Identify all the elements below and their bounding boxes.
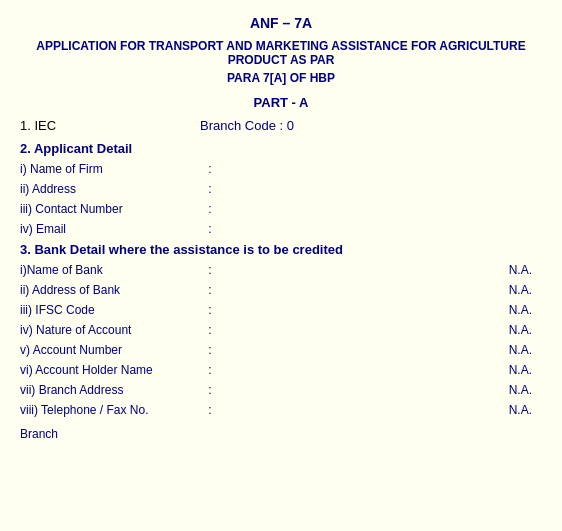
bank-field-ifsc: iii) IFSC Code : N.A. [20,303,542,317]
bank-label-account-number: v) Account Number [20,343,200,357]
field-label-contact: iii) Contact Number [20,202,200,216]
bank-colon-8: : [200,403,220,417]
applicant-section-title: 2. Applicant Detail [20,141,542,156]
part-title: PART - A [20,95,542,110]
title-line1: APPLICATION FOR TRANSPORT AND MARKETING … [20,39,542,67]
bank-label-address: ii) Address of Bank [20,283,200,297]
iec-label: 1. IEC [20,118,200,133]
bank-na-6: N.A. [482,363,542,377]
field-label-name-of-firm: i) Name of Firm [20,162,200,176]
bank-colon-7: : [200,383,220,397]
bank-na-7: N.A. [482,383,542,397]
field-label-email: iv) Email [20,222,200,236]
bank-field-name: i)Name of Bank : N.A. [20,263,542,277]
bank-section-title: 3. Bank Detail where the assistance is t… [20,242,542,257]
bank-field-branch-address: vii) Branch Address : N.A. [20,383,542,397]
bank-label-name: i)Name of Bank [20,263,200,277]
bank-field-holder-name: vi) Account Holder Name : N.A. [20,363,542,377]
iec-row: 1. IEC Branch Code : 0 [20,118,542,133]
field-address: ii) Address : [20,182,542,196]
branch-code: Branch Code : 0 [200,118,294,133]
colon-4: : [200,222,220,236]
colon-3: : [200,202,220,216]
field-name-of-firm: i) Name of Firm : [20,162,542,176]
field-email: iv) Email : [20,222,542,236]
bank-na-2: N.A. [482,283,542,297]
bank-colon-6: : [200,363,220,377]
form-id: ANF – 7A [20,15,542,31]
bank-colon-1: : [200,263,220,277]
field-label-address: ii) Address [20,182,200,196]
bank-label-branch-address: vii) Branch Address [20,383,200,397]
bank-label-holder-name: vi) Account Holder Name [20,363,200,377]
title-line2: PARA 7[A] OF HBP [20,71,542,85]
bank-na-4: N.A. [482,323,542,337]
bank-colon-4: : [200,323,220,337]
footer-branch: Branch [20,427,542,441]
bank-field-nature: iv) Nature of Account : N.A. [20,323,542,337]
bank-label-ifsc: iii) IFSC Code [20,303,200,317]
bank-na-1: N.A. [482,263,542,277]
bank-field-account-number: v) Account Number : N.A. [20,343,542,357]
bank-na-5: N.A. [482,343,542,357]
bank-field-telephone: viii) Telephone / Fax No. : N.A. [20,403,542,417]
bank-label-nature: iv) Nature of Account [20,323,200,337]
bank-label-telephone: viii) Telephone / Fax No. [20,403,200,417]
bank-field-address: ii) Address of Bank : N.A. [20,283,542,297]
colon-1: : [200,162,220,176]
field-contact-number: iii) Contact Number : [20,202,542,216]
bank-na-3: N.A. [482,303,542,317]
bank-colon-2: : [200,283,220,297]
bank-colon-3: : [200,303,220,317]
bank-colon-5: : [200,343,220,357]
bank-na-8: N.A. [482,403,542,417]
colon-2: : [200,182,220,196]
